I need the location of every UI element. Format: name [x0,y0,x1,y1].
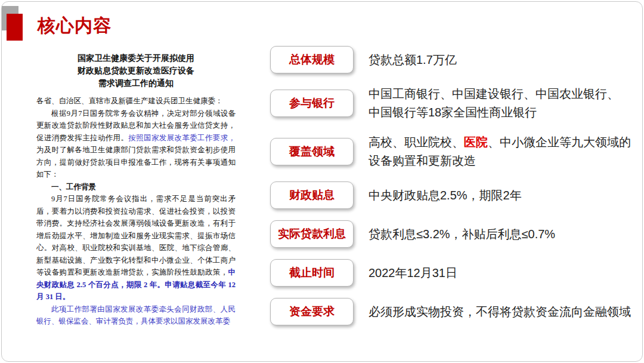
text-segment: 各省、自治区、直辖市及新疆生产建设兵团卫生健康委： [36,97,223,105]
page-title: 核心内容 [38,14,112,38]
text-segment: 为及时了解各地卫生健康部门贷款需求和贷款资金初步使用方向，提前做好贷款项目申报准… [36,146,236,179]
document-paragraph: 9月7日国务院常务会议指出，需求不足是当前突出矛盾，要着力以消费和投资拉动需求、… [36,193,236,303]
text-segment: 必须形成实物投资，不得将贷款资金流向金融领域 [369,305,631,318]
document-paragraph: 根据9月7日国务院常务会议精神，决定对部分领域设备更新改造贷款阶段性财政贴息和加… [36,107,236,181]
description-line: 必须形成实物投资，不得将贷款资金流向金融领域 [369,303,631,321]
key-point-row: 实际贷款利息贷款利息≤3.2%，补贴后利息≤0.7% [270,220,622,248]
key-point-row: 覆盖领域高校、职业院校、医院、中小微企业等九大领域的设备购置和更新改造 [270,133,622,170]
key-point-label: 实际贷款利息 [278,226,346,242]
text-segment: 9月7日国务院常务会议指出，需求不足是当前突出矛盾，要着力以消费和投资拉动需求、… [36,195,236,276]
key-point-label: 资金要求 [289,304,335,319]
document-title-line: 国家卫生健康委关于开展拟使用 [36,52,236,64]
key-point-description: 贷款利息≤3.2%，补贴后利息≤0.7% [369,225,555,244]
document-paragraph: 一、工作背景 [36,181,236,193]
key-points-list: 总体规模贷款总额1.7万亿参与银行中国工商银行、中国建设银行、中国农业银行、中国… [270,46,622,325]
key-point-label: 截止时间 [289,265,335,281]
key-point-label: 财政贴息 [289,187,335,203]
description-line: 贷款利息≤3.2%，补贴后利息≤0.7% [369,225,555,244]
text-segment-blue: 按照国家发展改革委工作要求， [128,134,236,142]
description-line: 中国银行等18家全国性商业银行 [369,103,619,122]
description-line: 中央财政贴息2.5%，期限2年 [369,186,522,205]
key-point-description: 中国工商银行、中国建设银行、中国农业银行、中国银行等18家全国性商业银行 [369,85,619,122]
key-point-description: 中央财政贴息2.5%，期限2年 [369,186,522,205]
text-segment: 高校、职业院校、 [369,136,464,149]
text-segment: 2022年12月31日 [369,266,457,279]
document-paragraph: 此项工作部署由国家发展改革委牵头会同财政部、人民银行、银保监会、审计署负责，具体… [36,303,236,328]
key-point-row: 截止时间2022年12月31日 [270,259,622,287]
text-segment: 设备购置和更新改造 [369,154,476,167]
text-segment: 、中小微企业等九大领域的 [488,136,631,149]
document-title-line: 需求调查工作的通知 [36,77,236,90]
text-segment: 贷款总额1.7万亿 [369,53,457,66]
key-point-label: 总体规模 [289,52,335,67]
text-segment-blue: 此项工作部署由国家发展改革委牵头会同财政部、人民银行、银保监会、审计署负责，具体… [36,305,236,326]
key-point-row: 财政贴息中央财政贴息2.5%，期限2年 [270,182,622,209]
key-point-row: 总体规模贷款总额1.7万亿 [270,46,622,73]
text-segment-red: 医院 [464,136,488,149]
text-segment-bold: 一、工作背景 [51,183,96,191]
text-segment: 中央财政贴息2.5%，期限2年 [369,189,522,202]
key-point-description: 贷款总额1.7万亿 [369,51,457,69]
slide: 核心内容 国家卫生健康委关于开展拟使用财政贴息贷款更新改造医疗设备需求调查工作的… [1,1,643,362]
description-line: 中国工商银行、中国建设银行、中国农业银行、 [369,85,619,103]
key-point-description: 必须形成实物投资，不得将贷款资金流向金融领域 [369,303,631,321]
text-segment: 中国银行等18家全国性商业银行 [369,106,537,119]
document-title-gap [36,90,236,95]
key-point-pill: 资金要求 [270,298,354,325]
key-point-pill: 实际贷款利息 [270,220,354,248]
key-point-pill: 财政贴息 [270,182,354,209]
key-point-description: 2022年12月31日 [369,264,457,282]
key-point-row: 参与银行中国工商银行、中国建设银行、中国农业银行、中国银行等18家全国性商业银行 [270,85,622,122]
document-title-line: 财政贴息贷款更新改造医疗设备 [36,64,236,77]
notice-document: 国家卫生健康委关于开展拟使用财政贴息贷款更新改造医疗设备需求调查工作的通知各省、… [36,52,236,328]
description-line: 设备购置和更新改造 [369,152,631,170]
key-point-row: 资金要求必须形成实物投资，不得将贷款资金流向金融领域 [270,298,622,325]
key-point-label: 覆盖领域 [289,144,335,159]
key-point-pill: 总体规模 [270,46,354,73]
key-point-pill: 截止时间 [270,259,354,287]
description-line: 高校、职业院校、医院、中小微企业等九大领域的 [369,133,631,152]
description-line: 贷款总额1.7万亿 [369,51,457,69]
key-point-description: 高校、职业院校、医院、中小微企业等九大领域的设备购置和更新改造 [369,133,631,170]
text-segment: 中国工商银行、中国建设银行、中国农业银行、 [369,87,619,100]
key-point-label: 参与银行 [289,96,335,111]
key-point-pill: 参与银行 [270,90,354,117]
document-paragraph: 各省、自治区、直辖市及新疆生产建设兵团卫生健康委： [36,95,236,107]
text-segment: 贷款利息≤3.2%，补贴后利息≤0.7% [369,227,555,241]
key-point-pill: 覆盖领域 [270,138,354,165]
deco-red-square [7,14,23,41]
description-line: 2022年12月31日 [369,264,457,282]
